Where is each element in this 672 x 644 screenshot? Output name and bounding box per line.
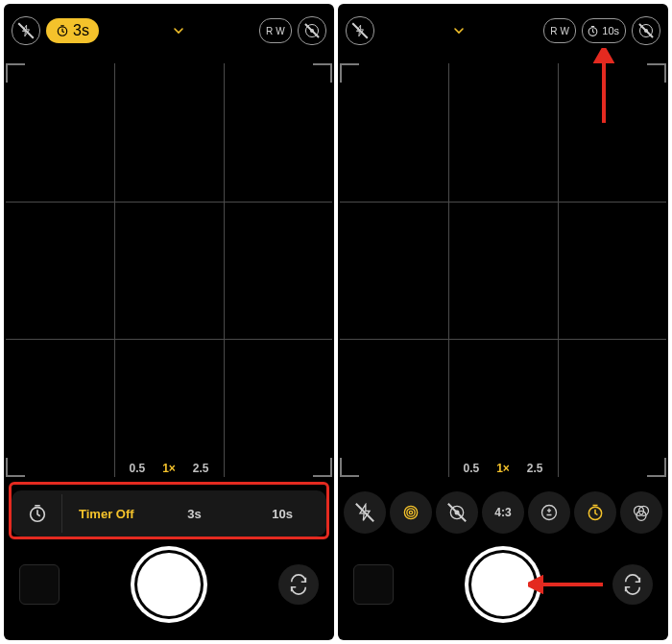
timer-indicator-label: 10s: [602, 25, 619, 36]
filters-control[interactable]: [620, 491, 662, 534]
zoom-0_5[interactable]: 0.5: [129, 462, 145, 475]
top-bar: R W 10s: [338, 4, 668, 58]
aspect-label: 4:3: [494, 506, 511, 519]
shutter-bar: [4, 546, 334, 623]
zoom-0_5[interactable]: 0.5: [463, 462, 479, 475]
zoom-2_5[interactable]: 2.5: [527, 462, 543, 475]
raw-label: R W: [266, 26, 285, 36]
timer-3s-option[interactable]: 3s: [151, 507, 239, 521]
zoom-2_5[interactable]: 2.5: [193, 462, 209, 475]
aspect-ratio-control[interactable]: 4:3: [482, 491, 524, 534]
viewfinder[interactable]: [340, 63, 666, 477]
timer-icon: [587, 25, 599, 37]
night-mode-icon: [401, 503, 420, 522]
top-bar: 3s R W: [4, 4, 334, 58]
timer-icon: [56, 24, 69, 37]
zoom-selector: 0.5 1× 2.5: [338, 462, 668, 475]
timer-off-option[interactable]: Timer Off: [62, 507, 151, 521]
control-row: 4:3: [344, 489, 662, 537]
svg-point-5: [409, 511, 412, 513]
zoom-selector: 0.5 1× 2.5: [4, 462, 334, 475]
flash-off-button[interactable]: [12, 16, 40, 45]
frame-corners: [6, 63, 332, 477]
timer-badge-label: 3s: [73, 22, 89, 39]
flash-control[interactable]: [344, 491, 386, 534]
shutter-button[interactable]: [134, 550, 204, 619]
last-photo-thumbnail[interactable]: [353, 564, 394, 605]
live-photo-off-button[interactable]: [632, 16, 660, 45]
timer-indicator-10s[interactable]: 10s: [582, 18, 626, 43]
switch-camera-button[interactable]: [612, 564, 653, 605]
chevron-down-icon: [171, 23, 186, 38]
expand-controls-button[interactable]: [164, 16, 193, 45]
frame-corners: [340, 63, 666, 477]
svg-point-4: [407, 509, 415, 516]
timer-picker: Timer Off 3s 10s: [12, 490, 326, 537]
annotation-arrow-left: [528, 575, 603, 594]
filters-icon: [632, 503, 651, 522]
phone-right: R W 10s 0.5 1×: [338, 4, 668, 640]
switch-camera-icon: [288, 574, 309, 595]
chevron-down-icon: [451, 23, 467, 38]
flash-off-button[interactable]: [346, 16, 374, 45]
viewfinder[interactable]: [6, 63, 332, 477]
zoom-1x[interactable]: 1×: [162, 462, 176, 475]
live-photo-off-button[interactable]: [298, 16, 326, 45]
switch-camera-button[interactable]: [278, 564, 319, 605]
timer-icon: [586, 503, 605, 522]
raw-toggle[interactable]: R W: [543, 18, 576, 43]
raw-toggle[interactable]: R W: [259, 18, 292, 43]
live-photo-control[interactable]: [436, 491, 478, 534]
exposure-control[interactable]: [528, 491, 570, 534]
exposure-icon: [540, 503, 559, 522]
timer-control[interactable]: [574, 491, 616, 534]
timer-picker-icon[interactable]: [13, 494, 62, 533]
timer-10s-option[interactable]: 10s: [238, 507, 326, 521]
phone-left: 3s R W 0.5 1× 2.: [4, 4, 334, 640]
timer-badge[interactable]: 3s: [46, 18, 99, 43]
night-mode-control[interactable]: [390, 491, 432, 534]
raw-label: R W: [550, 26, 569, 36]
annotation-arrow-up: [593, 48, 614, 123]
zoom-1x[interactable]: 1×: [496, 462, 510, 475]
switch-camera-icon: [622, 574, 643, 595]
shutter-bar: [338, 546, 668, 623]
last-photo-thumbnail[interactable]: [19, 564, 60, 605]
timer-icon: [27, 503, 48, 524]
expand-controls-button[interactable]: [444, 16, 473, 45]
